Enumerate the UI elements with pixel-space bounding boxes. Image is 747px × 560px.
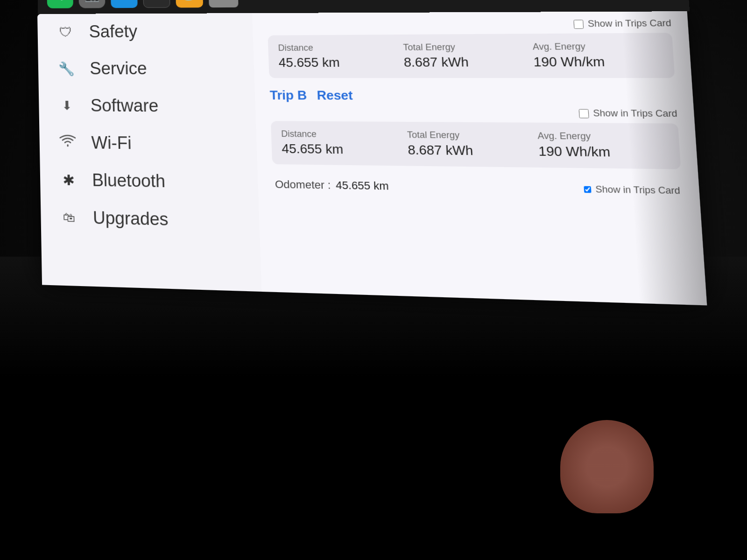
trip-a-energy-value: 8.687 kWh: [403, 54, 529, 70]
taskbar-spotify[interactable]: ♫: [47, 0, 73, 8]
odometer-value: 45.655 km: [336, 179, 389, 193]
wifi-icon: [58, 134, 78, 151]
trip-b-section: Show in Trips Card Distance 45.655 km To…: [270, 107, 681, 169]
trip-a-card: Distance 45.655 km Total Energy 8.687 kW…: [268, 33, 675, 78]
wifi-app-icon: 📡: [182, 0, 197, 1]
trip-a-avg-cell: Avg. Energy 190 Wh/km: [532, 41, 663, 70]
sidebar-item-safety[interactable]: 🛡 Safety: [37, 12, 254, 50]
taskbar-more[interactable]: ···: [143, 0, 170, 8]
trip-b-reset-button[interactable]: Reset: [317, 88, 353, 103]
trip-a-distance-value: 45.655 km: [278, 55, 399, 70]
spotify-icon: ♫: [55, 0, 65, 3]
sidebar: 🛡 Safety 🔧 Service ⬇ Software: [37, 12, 261, 291]
odometer-checkbox[interactable]: [584, 186, 591, 193]
trip-a-distance-label: Distance: [278, 42, 398, 53]
trip-b-avg-value: 190 Wh/km: [538, 143, 669, 161]
main-content: Show in Trips Card Distance 45.655 km To…: [252, 7, 707, 305]
trip-b-card: Distance 45.655 km Total Energy 8.687 kW…: [271, 121, 681, 169]
trip-b-avg-cell: Avg. Energy 190 Wh/km: [537, 131, 669, 161]
sidebar-item-bluetooth[interactable]: ✱ Bluetooth: [40, 161, 258, 202]
more-icon: ···: [150, 0, 162, 0]
tesla-screen: 🛡 Safety 🔧 Service ⬇ Software: [37, 7, 707, 305]
service-icon: 🔧: [57, 61, 76, 76]
sidebar-label-safety: Safety: [89, 21, 138, 42]
trip-a-show-label: Show in Trips Card: [587, 18, 671, 29]
upgrades-icon: 🛍: [60, 210, 79, 225]
trip-b-distance-label: Distance: [281, 129, 402, 140]
trip-b-energy-label: Total Energy: [407, 130, 532, 141]
bluetooth-app-icon: ✱: [118, 0, 129, 2]
camera-icon: 📷: [84, 0, 99, 2]
trip-a-section: Show in Trips Card Distance 45.655 km To…: [267, 18, 675, 78]
taskbar-wifi-app[interactable]: 📡: [175, 0, 203, 7]
trip-b-energy-value: 8.687 kWh: [408, 142, 534, 159]
sidebar-item-upgrades[interactable]: 🛍 Upgrades: [41, 198, 260, 241]
sidebar-label-software: Software: [91, 96, 159, 116]
sidebar-label-service: Service: [90, 58, 147, 78]
sidebar-item-service[interactable]: 🔧 Service: [38, 49, 254, 87]
hand: [560, 420, 654, 513]
trip-a-energy-label: Total Energy: [403, 42, 528, 53]
trip-a-avg-label: Avg. Energy: [532, 41, 662, 52]
taskbar-chip[interactable]: 💾: [208, 0, 239, 7]
software-icon: ⬇: [57, 98, 77, 113]
sidebar-label-upgrades: Upgrades: [93, 208, 169, 230]
odometer-row: Odometer : 45.655 km Show in Trips Card: [273, 174, 683, 202]
sidebar-item-wifi[interactable]: Wi-Fi: [39, 124, 257, 163]
trip-b-energy-cell: Total Energy 8.687 kWh: [407, 130, 533, 159]
sidebar-label-wifi: Wi-Fi: [91, 133, 132, 154]
trip-a-distance-cell: Distance 45.655 km: [278, 42, 399, 70]
taskbar-camera[interactable]: 📷 ✕: [78, 0, 106, 8]
chip-icon: 💾: [217, 0, 230, 0]
safety-icon: 🛡: [56, 24, 75, 40]
trip-b-avg-label: Avg. Energy: [537, 131, 668, 142]
trip-a-avg-value: 190 Wh/km: [533, 54, 663, 70]
trip-b-distance-value: 45.655 km: [282, 141, 403, 158]
trip-a-show-toggle: Show in Trips Card: [267, 18, 671, 32]
odometer-show-label: Show in Trips Card: [595, 184, 681, 196]
taskbar-bluetooth[interactable]: ✱: [110, 0, 137, 8]
sidebar-label-bluetooth: Bluetooth: [92, 170, 166, 192]
trip-b-distance-cell: Distance 45.655 km: [281, 129, 403, 158]
trip-b-checkbox[interactable]: [578, 109, 589, 118]
odometer-show-toggle: Show in Trips Card: [584, 184, 680, 196]
trip-a-energy-cell: Total Energy 8.687 kWh: [403, 42, 529, 70]
trip-b-show-toggle: Show in Trips Card: [270, 107, 677, 119]
trip-b-title: Trip B: [269, 88, 307, 103]
sidebar-item-software[interactable]: ⬇ Software: [39, 87, 256, 125]
trip-b-show-label: Show in Trips Card: [593, 108, 678, 119]
trip-b-header: Trip B Reset: [269, 88, 677, 104]
bluetooth-icon: ✱: [59, 171, 78, 189]
trip-a-checkbox[interactable]: [573, 20, 584, 29]
odometer-label: Odometer :: [275, 178, 331, 192]
